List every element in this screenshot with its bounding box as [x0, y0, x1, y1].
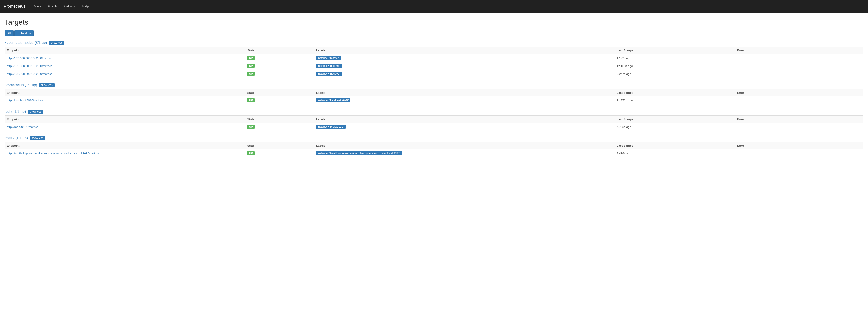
show-less-button-redis[interactable]: show less — [28, 110, 43, 114]
th-col-error: Error — [735, 142, 864, 149]
endpoint-link[interactable]: http://traefik-ingress-service.kube-syst… — [7, 152, 99, 155]
th-col-endpoint: Endpoint — [4, 142, 245, 149]
state-badge: UP — [247, 151, 255, 155]
section-header-kubernetes-nodes: kubernetes-nodes (3/3 up)show less — [4, 41, 864, 45]
navbar-status-dropdown[interactable]: Status — [61, 3, 79, 10]
target-table-kubernetes-nodes: EndpointStateLabelsLast ScrapeErrorhttp:… — [4, 47, 864, 78]
section-traefik: traefik (1/1 up)show lessEndpointStateLa… — [4, 136, 864, 157]
section-title-prometheus: prometheus (1/1 up) — [4, 83, 37, 87]
endpoint-link[interactable]: http://redis:9121/metrics — [7, 125, 38, 129]
endpoint-link[interactable]: http://192.168.200.10:9100/metrics — [7, 56, 52, 60]
chevron-down-icon — [74, 6, 76, 7]
target-table-prometheus: EndpointStateLabelsLast ScrapeErrorhttp:… — [4, 89, 864, 104]
target-table-redis: EndpointStateLabelsLast ScrapeErrorhttp:… — [4, 115, 864, 131]
filter-buttons: All Unhealthy — [4, 30, 864, 36]
th-col-scrape: Last Scrape — [615, 47, 735, 54]
section-title-traefik: traefik (1/1 up) — [4, 136, 28, 140]
navbar-links: Alerts Graph Status Help — [31, 3, 91, 10]
navbar: Prometheus Alerts Graph Status Help — [0, 0, 868, 13]
error-value — [735, 54, 864, 62]
last-scrape-value: 11.272s ago — [615, 96, 735, 104]
last-scrape-value: 5.247s ago — [615, 70, 735, 78]
navbar-help[interactable]: Help — [80, 3, 91, 10]
section-header-redis: redis (1/1 up)show less — [4, 110, 864, 114]
last-scrape-value: 12.168s ago — [615, 62, 735, 70]
error-value — [735, 96, 864, 104]
show-less-button-prometheus[interactable]: show less — [39, 83, 55, 87]
th-col-labels: Labels — [314, 47, 614, 54]
th-col-labels: Labels — [314, 116, 614, 123]
navbar-status-label: Status — [63, 4, 72, 8]
th-col-endpoint: Endpoint — [4, 47, 245, 54]
navbar-alerts[interactable]: Alerts — [31, 3, 44, 10]
table-row: http://redis:9121/metricsUPinstance="red… — [4, 123, 864, 131]
filter-all-button[interactable]: All — [4, 30, 13, 36]
label-badge: instance="node01" — [316, 64, 342, 68]
target-table-traefik: EndpointStateLabelsLast ScrapeErrorhttp:… — [4, 142, 864, 157]
th-col-scrape: Last Scrape — [615, 116, 735, 123]
endpoint-link[interactable]: http://192.168.200.11:9100/metrics — [7, 64, 52, 68]
th-col-endpoint: Endpoint — [4, 89, 245, 96]
label-badge: instance="node02" — [316, 72, 342, 76]
section-kubernetes-nodes: kubernetes-nodes (3/3 up)show lessEndpoi… — [4, 41, 864, 78]
filter-unhealthy-button[interactable]: Unhealthy — [14, 30, 34, 36]
main-content: Targets All Unhealthy kubernetes-nodes (… — [0, 13, 868, 168]
state-badge: UP — [247, 98, 255, 102]
table-row: http://192.168.200.11:9100/metricsUPinst… — [4, 62, 864, 70]
navbar-brand[interactable]: Prometheus — [4, 4, 26, 9]
label-badge: instance="redis:9121" — [316, 125, 345, 129]
th-col-state: State — [245, 89, 314, 96]
th-col-error: Error — [735, 47, 864, 54]
section-header-prometheus: prometheus (1/1 up)show less — [4, 83, 864, 87]
table-row: http://localhost:9090/metricsUPinstance=… — [4, 96, 864, 104]
section-prometheus: prometheus (1/1 up)show lessEndpointStat… — [4, 83, 864, 104]
sections-container: kubernetes-nodes (3/3 up)show lessEndpoi… — [4, 41, 864, 157]
last-scrape-value: 4.723s ago — [615, 123, 735, 131]
state-badge: UP — [247, 56, 255, 60]
label-badge: instance="localhost:9090" — [316, 98, 350, 102]
section-redis: redis (1/1 up)show lessEndpointStateLabe… — [4, 110, 864, 131]
section-title-redis: redis (1/1 up) — [4, 110, 26, 114]
navbar-graph[interactable]: Graph — [45, 3, 60, 10]
table-row: http://192.168.200.10:9100/metricsUPinst… — [4, 54, 864, 62]
state-badge: UP — [247, 72, 255, 76]
error-value — [735, 123, 864, 131]
label-badge: instance="traefik-ingress-service.kube-s… — [316, 151, 402, 155]
th-col-scrape: Last Scrape — [615, 89, 735, 96]
last-scrape-value: 2.436s ago — [615, 149, 735, 157]
table-row: http://192.168.200.12:9100/metricsUPinst… — [4, 70, 864, 78]
error-value — [735, 62, 864, 70]
endpoint-link[interactable]: http://192.168.200.12:9100/metrics — [7, 72, 52, 76]
th-col-labels: Labels — [314, 142, 614, 149]
label-badge: instance="master" — [316, 56, 341, 60]
error-value — [735, 70, 864, 78]
th-col-state: State — [245, 142, 314, 149]
section-header-traefik: traefik (1/1 up)show less — [4, 136, 864, 140]
endpoint-link[interactable]: http://localhost:9090/metrics — [7, 99, 43, 102]
th-col-scrape: Last Scrape — [615, 142, 735, 149]
table-row: http://traefik-ingress-service.kube-syst… — [4, 149, 864, 157]
show-less-button-kubernetes-nodes[interactable]: show less — [49, 41, 64, 45]
page-title: Targets — [4, 18, 864, 27]
last-scrape-value: 1.122s ago — [615, 54, 735, 62]
section-title-kubernetes-nodes: kubernetes-nodes (3/3 up) — [4, 41, 47, 45]
th-col-error: Error — [735, 89, 864, 96]
th-col-state: State — [245, 116, 314, 123]
th-col-labels: Labels — [314, 89, 614, 96]
show-less-button-traefik[interactable]: show less — [30, 136, 45, 140]
state-badge: UP — [247, 64, 255, 68]
th-col-endpoint: Endpoint — [4, 116, 245, 123]
state-badge: UP — [247, 125, 255, 129]
th-col-state: State — [245, 47, 314, 54]
th-col-error: Error — [735, 116, 864, 123]
error-value — [735, 149, 864, 157]
